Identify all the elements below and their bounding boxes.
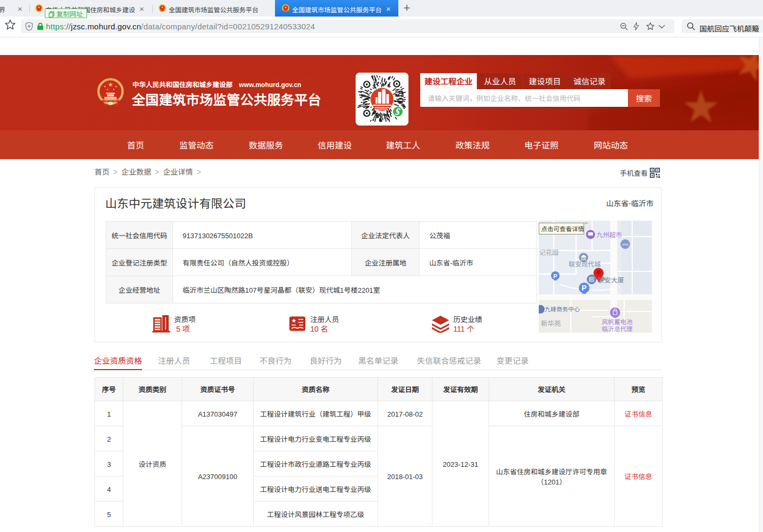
- svg-text:点击可查看详情: 点击可查看详情: [541, 224, 585, 233]
- svg-text:联安大厦: 联安大厦: [597, 275, 624, 285]
- svg-text:临沂总代理: 临沂总代理: [602, 324, 633, 333]
- svg-text:P: P: [553, 271, 557, 280]
- svg-text:记花园: 记花园: [539, 247, 559, 256]
- svg-text:新华苑: 新华苑: [541, 318, 561, 328]
- svg-text:P: P: [581, 282, 586, 293]
- svg-text:九州超市: 九州超市: [596, 230, 622, 239]
- svg-text:九峰商务中心: 九峰商务中心: [545, 304, 580, 313]
- svg-text:ATM: ATM: [622, 242, 628, 247]
- svg-text:联安现代城: 联安现代城: [569, 259, 601, 268]
